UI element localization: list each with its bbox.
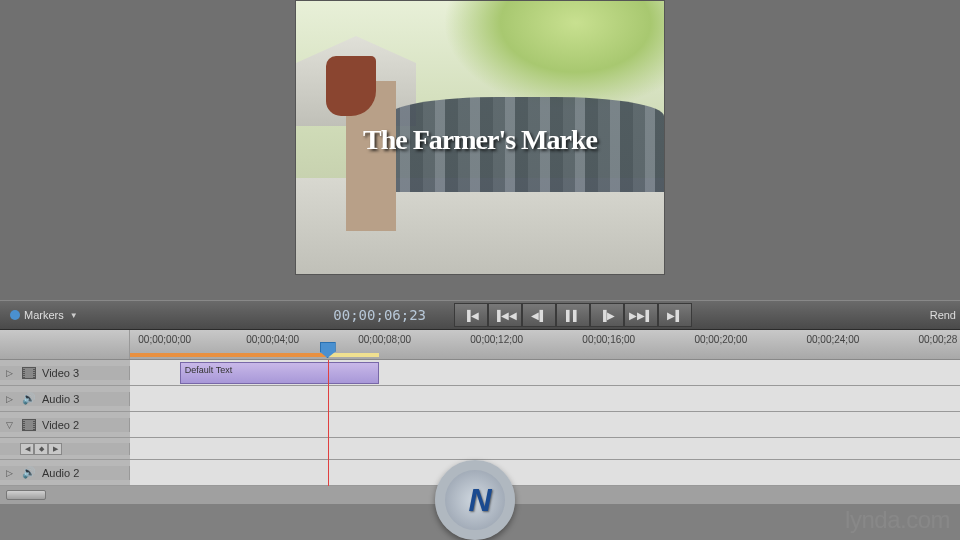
- expand-icon[interactable]: ▷: [6, 468, 16, 478]
- track-nav-video2: ◀ ◆ ▶: [0, 443, 130, 455]
- track-label: Video 3: [42, 367, 79, 379]
- ruler-tick: 00;00;08;00: [358, 334, 411, 345]
- transport-controls: ▐◀ ▐◀◀ ◀▌ ▌▌ ▐▶ ▶▶▌ ▶▌: [454, 303, 692, 327]
- video-track-icon: [22, 418, 36, 432]
- ruler-header-spacer: [0, 330, 130, 359]
- video-track-icon: [22, 366, 36, 380]
- next-edit-button[interactable]: ▶▶▌: [624, 303, 658, 327]
- ruler-tick: 00;00;20;00: [694, 334, 747, 345]
- go-to-in-button[interactable]: ▐◀: [454, 303, 488, 327]
- track-video2-expanded: ◀ ◆ ▶: [0, 438, 960, 460]
- track-content-video2[interactable]: [130, 412, 960, 437]
- ruler-tick: 00;00;16;00: [582, 334, 635, 345]
- watermark-text: lynda.com: [845, 506, 950, 534]
- prev-edit-button[interactable]: ▐◀◀: [488, 303, 522, 327]
- ruler-tick: 00;00;24;00: [806, 334, 859, 345]
- track-content-video3[interactable]: Default Text: [130, 360, 960, 385]
- track-header-audio3[interactable]: ▷ 🔊 Audio 3: [0, 392, 130, 406]
- ruler-ticks[interactable]: 00;00;00;00 00;00;04;00 00;00;08;00 00;0…: [130, 330, 960, 359]
- render-indicator-orange: [130, 353, 328, 357]
- program-monitor[interactable]: The Farmer's Marke: [295, 0, 665, 275]
- step-forward-button[interactable]: ▐▶: [590, 303, 624, 327]
- ruler-tick: 00;00;00;00: [138, 334, 191, 345]
- track-header-audio2[interactable]: ▷ 🔊 Audio 2: [0, 466, 130, 480]
- ruler-tick: 00;00;12;00: [470, 334, 523, 345]
- track-video3: ▷ Video 3 Default Text: [0, 360, 960, 386]
- ruler-tick: 00;00;04;00: [246, 334, 299, 345]
- track-content-audio2[interactable]: [130, 460, 960, 485]
- track-header-video2[interactable]: ▽ Video 2: [0, 418, 130, 432]
- pause-button[interactable]: ▌▌: [556, 303, 590, 327]
- prev-keyframe-button[interactable]: ◀: [20, 443, 34, 455]
- track-label: Audio 3: [42, 393, 79, 405]
- add-keyframe-button[interactable]: ◆: [34, 443, 48, 455]
- track-label: Video 2: [42, 419, 79, 431]
- expand-icon[interactable]: ▷: [6, 394, 16, 404]
- track-content-video2-kf[interactable]: [130, 438, 960, 459]
- transport-bar: Markers ▼ 00;00;06;23 ▐◀ ▐◀◀ ◀▌ ▌▌ ▐▶ ▶▶…: [0, 300, 960, 330]
- audio-track-icon: 🔊: [22, 392, 36, 406]
- audio-track-icon: 🔊: [22, 466, 36, 480]
- next-keyframe-button[interactable]: ▶: [48, 443, 62, 455]
- timeline-ruler[interactable]: 00;00;00;00 00;00;04;00 00;00;08;00 00;0…: [0, 330, 960, 360]
- chevron-down-icon: ▼: [70, 311, 78, 320]
- track-content-audio3[interactable]: [130, 386, 960, 411]
- track-label: Audio 2: [42, 467, 79, 479]
- watermark-logo: N: [435, 460, 525, 540]
- track-video2: ▽ Video 2: [0, 412, 960, 438]
- ruler-tick: 00;00;28: [919, 334, 958, 345]
- scrollbar-thumb[interactable]: [6, 490, 46, 500]
- markers-label: Markers: [24, 309, 64, 321]
- collapse-icon[interactable]: ▽: [6, 420, 16, 430]
- expand-icon[interactable]: ▷: [6, 368, 16, 378]
- step-back-button[interactable]: ◀▌: [522, 303, 556, 327]
- playhead-line: [328, 360, 329, 486]
- current-timecode[interactable]: 00;00;06;23: [325, 305, 434, 325]
- render-button[interactable]: Rend: [930, 309, 960, 321]
- track-audio3: ▷ 🔊 Audio 3: [0, 386, 960, 412]
- preview-frame: The Farmer's Marke: [296, 1, 664, 274]
- go-to-out-button[interactable]: ▶▌: [658, 303, 692, 327]
- preview-area: The Farmer's Marke: [0, 0, 960, 300]
- title-overlay-text: The Farmer's Marke: [363, 124, 597, 156]
- clip-default-text[interactable]: Default Text: [180, 362, 379, 384]
- render-indicator-yellow: [328, 353, 379, 357]
- marker-icon: [10, 310, 20, 320]
- markers-dropdown[interactable]: Markers ▼: [0, 309, 88, 321]
- track-header-video3[interactable]: ▷ Video 3: [0, 366, 130, 380]
